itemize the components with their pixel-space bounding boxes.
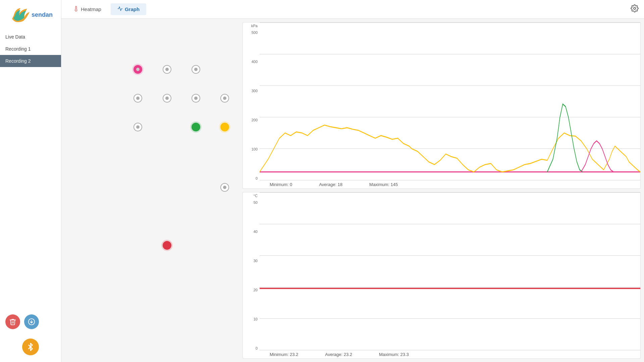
y-label-500: 500 (252, 31, 258, 35)
y-label-0: 0 (256, 176, 258, 180)
temperature-plot-area: Minimum: 23.2 Average: 23.2 Maximum: 23.… (260, 192, 640, 358)
sendance-logo: sendance (9, 4, 52, 24)
pressure-plot-area: Minimum: 0 Average: 18 Maximum: 145 (260, 22, 640, 188)
temperature-y-axis: °C 50 40 30 20 10 0 (243, 192, 260, 358)
charts-area: kPa 500 400 300 200 100 0 (243, 19, 644, 362)
y-label-400: 400 (252, 60, 258, 64)
temperature-min: Minimum: 23.2 (270, 352, 298, 357)
svg-point-3 (634, 7, 636, 9)
bluetooth-area (0, 335, 61, 362)
temperature-chart-svg (260, 192, 640, 350)
temperature-max: Maximum: 23.3 (379, 352, 409, 357)
pressure-y-axis: kPa 500 400 300 200 100 0 (243, 22, 260, 188)
y-label-30: 30 (254, 259, 258, 263)
tab-graph[interactable]: Graph (111, 3, 146, 15)
y-label-100: 100 (252, 147, 258, 151)
temperature-stats: Minimum: 23.2 Average: 23.2 Maximum: 23.… (260, 350, 640, 358)
sidebar-item-recording-1[interactable]: Recording 1 (0, 43, 61, 55)
pressure-chart: kPa 500 400 300 200 100 0 (243, 22, 641, 189)
y-label-300: 300 (252, 89, 258, 93)
pressure-unit: kPa (251, 24, 258, 28)
y-label-10: 10 (254, 317, 258, 321)
temperature-chart: °C 50 40 30 20 10 0 (243, 192, 641, 359)
sensor-dot[interactable] (220, 94, 229, 103)
sensor-dot[interactable] (133, 65, 142, 74)
pressure-chart-inner: kPa 500 400 300 200 100 0 (243, 22, 640, 188)
tab-heatmap-label: Heatmap (81, 6, 101, 12)
sensor-dot[interactable] (192, 65, 200, 74)
svg-text:sendance: sendance (32, 11, 52, 18)
topbar: Heatmap Graph (61, 0, 644, 19)
y-label-200: 200 (252, 118, 258, 122)
sensor-grid (61, 19, 243, 362)
main-content: Heatmap Graph (61, 0, 644, 362)
sidebar: sendance Live Data Recording 1 Recording… (0, 0, 61, 362)
tab-heatmap[interactable]: Heatmap (67, 3, 108, 15)
sensor-dot[interactable] (163, 94, 171, 103)
graph-icon (117, 6, 123, 12)
pressure-min: Minimum: 0 (270, 182, 292, 187)
delete-button[interactable] (5, 314, 20, 329)
temperature-chart-inner: °C 50 40 30 20 10 0 (243, 192, 640, 358)
temperature-unit: °C (254, 194, 258, 198)
sensor-dot[interactable] (133, 94, 142, 103)
sensor-dot[interactable] (220, 123, 229, 131)
bluetooth-button[interactable] (22, 339, 39, 355)
pressure-stats: Minimum: 0 Average: 18 Maximum: 145 (260, 180, 640, 188)
sidebar-bottom-actions (0, 309, 61, 335)
sensor-dot[interactable] (192, 94, 200, 103)
download-button[interactable] (24, 314, 39, 329)
sensor-dot[interactable] (133, 123, 142, 131)
pressure-max: Maximum: 145 (369, 182, 398, 187)
sidebar-item-live-data[interactable]: Live Data (0, 31, 61, 43)
settings-button[interactable] (631, 4, 639, 14)
sensor-dot[interactable] (163, 65, 171, 74)
logo-area: sendance (0, 0, 61, 31)
y-label-0-temp: 0 (256, 346, 258, 350)
y-label-40: 40 (254, 230, 258, 234)
sensor-dot[interactable] (192, 123, 200, 131)
sensor-dot[interactable] (163, 241, 171, 250)
thermometer-icon (73, 6, 79, 12)
y-label-50: 50 (254, 200, 258, 204)
pressure-chart-svg (260, 22, 640, 180)
temperature-avg: Average: 23.2 (325, 352, 352, 357)
sensor-dot[interactable] (220, 183, 229, 192)
tab-graph-label: Graph (125, 6, 140, 12)
y-label-20: 20 (254, 288, 258, 292)
content-area: kPa 500 400 300 200 100 0 (61, 19, 644, 362)
pressure-avg: Average: 18 (319, 182, 342, 187)
sidebar-item-recording-2[interactable]: Recording 2 (0, 55, 61, 67)
